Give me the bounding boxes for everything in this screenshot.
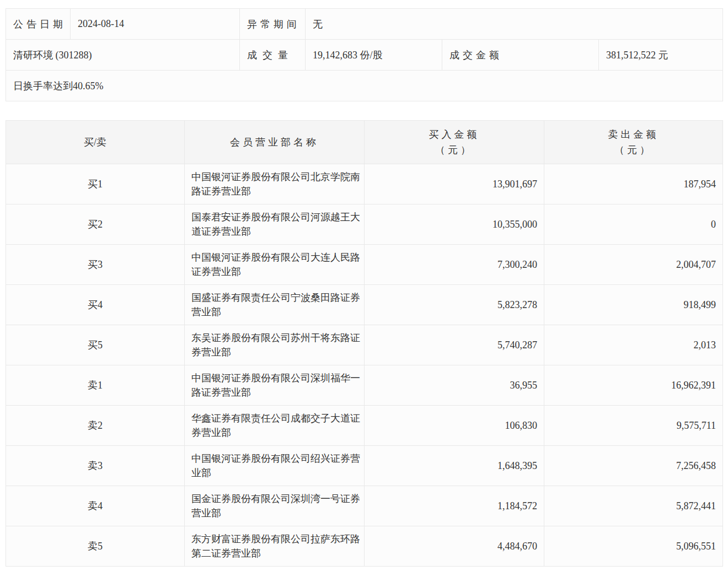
- side-rank-label: 卖1: [6, 365, 185, 406]
- sell-amount: 918,499: [544, 285, 723, 325]
- table-row: 买4 国盛证券有限责任公司宁波桑田路证券营业部 5,823,278 918,49…: [6, 285, 723, 325]
- broker-name: 国盛证券有限责任公司宁波桑田路证券营业部: [185, 285, 365, 325]
- col-header-side: 买/卖: [6, 121, 185, 164]
- sell-amount: 2,013: [544, 325, 723, 365]
- broker-name: 中国银河证券股份有限公司北京学院南路证券营业部: [185, 164, 365, 204]
- side-rank-label: 买2: [6, 204, 185, 245]
- side-rank-label: 买3: [6, 245, 185, 285]
- broker-name: 国泰君安证券股份有限公司河源越王大道证券营业部: [185, 204, 365, 245]
- sell-amount: 187,954: [544, 164, 723, 204]
- volume-value: 19,142,683 份/股: [306, 40, 442, 71]
- buy-amount: 5,823,278: [365, 285, 544, 325]
- broker-name: 华鑫证券有限责任公司成都交子大道证券营业部: [185, 406, 365, 446]
- col-header-broker: 会员营业部名称: [185, 121, 365, 164]
- broker-name: 东吴证券股份有限公司苏州干将东路证券营业部: [185, 325, 365, 365]
- buy-amount: 13,901,697: [365, 164, 544, 204]
- sell-amount: 2,004,707: [544, 245, 723, 285]
- buy-amount: 7,300,240: [365, 245, 544, 285]
- summary-row-stock: 清研环境 (301288) 成交量 19,142,683 份/股 成交金额 38…: [6, 40, 723, 71]
- col-header-sell: 卖出金额 （元）: [544, 121, 723, 164]
- abnormal-period-value: 无: [306, 9, 723, 40]
- buy-amount: 1,184,572: [365, 486, 544, 526]
- volume-label: 成交量: [240, 40, 306, 71]
- turnover-value: 381,512,522 元: [599, 40, 723, 71]
- side-rank-label: 卖4: [6, 486, 185, 526]
- table-row: 卖1 中国银河证券股份有限公司深圳福华一路证券营业部 36,955 16,962…: [6, 365, 723, 406]
- side-rank-label: 卖5: [6, 526, 185, 567]
- broker-name: 中国银河证券股份有限公司深圳福华一路证券营业部: [185, 365, 365, 406]
- col-header-buy-unit: （元）: [365, 142, 544, 158]
- col-header-sell-title: 卖出金额: [544, 127, 722, 142]
- buy-amount: 106,830: [365, 406, 544, 446]
- table-row: 卖5 东方财富证券股份有限公司拉萨东环路第二证券营业部 4,484,670 5,…: [6, 526, 723, 567]
- buy-amount: 1,648,395: [365, 446, 544, 486]
- broker-table-body: 买1 中国银河证券股份有限公司北京学院南路证券营业部 13,901,697 18…: [6, 164, 723, 567]
- stock-name: 清研环境 (301288): [6, 40, 240, 71]
- sell-amount: 16,962,391: [544, 365, 723, 406]
- broker-table: 买/卖 会员营业部名称 买入金额 （元） 卖出金额 （元） 买1 中国银河证券股…: [6, 120, 723, 567]
- table-row: 卖4 国金证券股份有限公司深圳湾一号证券营业部 1,184,572 5,872,…: [6, 486, 723, 526]
- broker-name: 中国银河证券股份有限公司绍兴证券营业部: [185, 446, 365, 486]
- side-rank-label: 卖2: [6, 406, 185, 446]
- summary-row-note: 日换手率达到40.65%: [6, 71, 723, 101]
- side-rank-label: 买5: [6, 325, 185, 365]
- broker-name: 东方财富证券股份有限公司拉萨东环路第二证券营业部: [185, 526, 365, 567]
- table-row: 买3 中国银河证券股份有限公司大连人民路证券营业部 7,300,240 2,00…: [6, 245, 723, 285]
- summary-row-announce: 公告日期 2024-08-14 异常期间 无: [6, 9, 723, 40]
- lhb-trading-page: 公告日期 2024-08-14 异常期间 无 清研环境 (301288) 成交量…: [0, 0, 728, 582]
- sell-amount: 5,872,441: [544, 486, 723, 526]
- side-rank-label: 卖3: [6, 446, 185, 486]
- table-row: 卖3 中国银河证券股份有限公司绍兴证券营业部 1,648,395 7,256,4…: [6, 446, 723, 486]
- buy-amount: 10,355,000: [365, 204, 544, 245]
- col-header-buy-title: 买入金额: [365, 127, 544, 142]
- sell-amount: 9,575,711: [544, 406, 723, 446]
- summary-table: 公告日期 2024-08-14 异常期间 无 清研环境 (301288) 成交量…: [6, 8, 723, 101]
- buy-amount: 36,955: [365, 365, 544, 406]
- broker-name: 中国银河证券股份有限公司大连人民路证券营业部: [185, 245, 365, 285]
- announce-date-value: 2024-08-14: [71, 9, 240, 40]
- buy-amount: 4,484,670: [365, 526, 544, 567]
- broker-table-header-row: 买/卖 会员营业部名称 买入金额 （元） 卖出金额 （元）: [6, 121, 723, 164]
- side-rank-label: 买1: [6, 164, 185, 204]
- abnormal-period-label: 异常期间: [240, 9, 306, 40]
- table-row: 买5 东吴证券股份有限公司苏州干将东路证券营业部 5,740,287 2,013: [6, 325, 723, 365]
- turnover-rate-note: 日换手率达到40.65%: [6, 71, 723, 101]
- turnover-label: 成交金额: [442, 40, 599, 71]
- broker-name: 国金证券股份有限公司深圳湾一号证券营业部: [185, 486, 365, 526]
- col-header-buy: 买入金额 （元）: [365, 121, 544, 164]
- sell-amount: 7,256,458: [544, 446, 723, 486]
- sell-amount: 0: [544, 204, 723, 245]
- sell-amount: 5,096,551: [544, 526, 723, 567]
- table-row: 卖2 华鑫证券有限责任公司成都交子大道证券营业部 106,830 9,575,7…: [6, 406, 723, 446]
- side-rank-label: 买4: [6, 285, 185, 325]
- buy-amount: 5,740,287: [365, 325, 544, 365]
- table-row: 买2 国泰君安证券股份有限公司河源越王大道证券营业部 10,355,000 0: [6, 204, 723, 245]
- announce-date-label: 公告日期: [6, 9, 71, 40]
- col-header-sell-unit: （元）: [544, 142, 722, 158]
- table-row: 买1 中国银河证券股份有限公司北京学院南路证券营业部 13,901,697 18…: [6, 164, 723, 204]
